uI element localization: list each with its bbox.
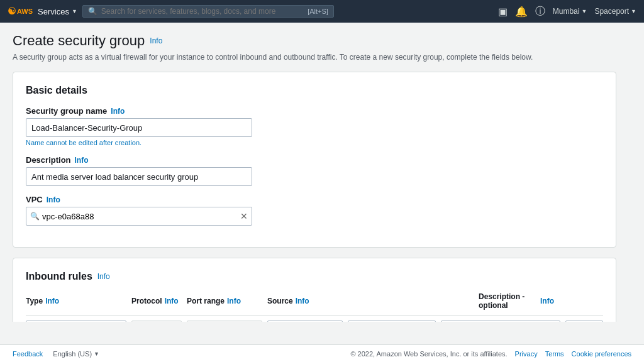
desc-info-link[interactable]: Info bbox=[75, 156, 89, 165]
source-select-0[interactable]: Anywhe... bbox=[267, 321, 343, 322]
vpc-info-link[interactable]: Info bbox=[47, 195, 60, 204]
col-source-info[interactable]: Info bbox=[296, 297, 309, 305]
port-field-0: 80 bbox=[187, 321, 262, 322]
top-navigation: ☯ AWS Services ▼ 🔍 [Alt+S] ▣ 🔔 ⓘ Mumbai … bbox=[0, 0, 644, 23]
col-protocol-label: Protocol bbox=[131, 297, 162, 305]
col-header-type: Type Info bbox=[26, 297, 126, 305]
aws-text: AWS bbox=[17, 8, 33, 15]
col-type-info[interactable]: Info bbox=[45, 297, 59, 305]
services-menu[interactable]: Services ▼ bbox=[38, 7, 77, 16]
global-search[interactable]: 🔍 [Alt+S] bbox=[82, 5, 334, 18]
vpc-search-icon: 🔍 bbox=[30, 212, 40, 221]
help-icon[interactable]: ⓘ bbox=[535, 5, 545, 18]
name-input[interactable] bbox=[26, 118, 252, 137]
region-chevron-icon: ▼ bbox=[581, 8, 587, 14]
aws-logo[interactable]: ☯ AWS bbox=[8, 6, 33, 17]
col-port-label: Port range bbox=[187, 297, 225, 305]
col-source-label: Source bbox=[267, 297, 293, 305]
col-desc-label: Description - optional bbox=[479, 292, 538, 310]
col-port-info[interactable]: Info bbox=[227, 297, 241, 305]
account-label: Spaceport bbox=[594, 7, 629, 16]
type-select-wrapper-0[interactable]: HTTP ▼ bbox=[26, 321, 126, 322]
account-chevron-icon: ▼ bbox=[631, 8, 636, 14]
description-field: Description Info bbox=[26, 155, 603, 186]
desc-label: Description Info bbox=[26, 155, 603, 165]
col-header-port: Port range Info bbox=[187, 297, 262, 305]
col-header-source: Source Info bbox=[267, 297, 380, 305]
inbound-rules-section: Inbound rules Info Type Info Protocol In… bbox=[13, 258, 616, 322]
name-label: Security group name Info bbox=[26, 106, 603, 116]
col-type-label: Type bbox=[26, 297, 43, 305]
description-field-0[interactable] bbox=[441, 321, 560, 322]
table-row: HTTP ▼ TCP 80 Anywhe... ▼ 🔍 Delete bbox=[26, 321, 603, 322]
bell-icon[interactable]: 🔔 bbox=[515, 6, 528, 18]
vpc-clear-icon[interactable]: ✕ bbox=[240, 211, 248, 221]
security-group-name-field: Security group name Info Name cannot be … bbox=[26, 106, 603, 146]
type-select-0[interactable]: HTTP bbox=[26, 321, 126, 322]
rules-table-header: Type Info Protocol Info Port range Info … bbox=[26, 292, 603, 315]
delete-button-0[interactable]: Delete bbox=[565, 321, 603, 322]
col-header-protocol: Protocol Info bbox=[131, 297, 182, 305]
protocol-field-0: TCP bbox=[131, 321, 182, 322]
page-content: Create security group Info A security gr… bbox=[0, 23, 629, 322]
page-title-row: Create security group Info bbox=[13, 33, 616, 49]
services-label: Services bbox=[38, 7, 69, 16]
vpc-field: VPC Info 🔍 ✕ bbox=[26, 195, 603, 226]
main-scroll-area: Create security group Info A security gr… bbox=[0, 0, 644, 322]
rules-title-row: Inbound rules Info bbox=[26, 271, 603, 282]
account-selector[interactable]: Spaceport ▼ bbox=[594, 7, 636, 16]
rules-title: Inbound rules bbox=[26, 271, 92, 282]
col-desc-info[interactable]: Info bbox=[540, 297, 554, 305]
page-description: A security group acts as a virtual firew… bbox=[13, 53, 616, 62]
vpc-label: VPC Info bbox=[26, 195, 603, 204]
basic-details-section: Basic details Security group name Info N… bbox=[13, 72, 616, 248]
vpc-input-wrapper[interactable]: 🔍 ✕ bbox=[26, 207, 252, 226]
description-input[interactable] bbox=[26, 167, 252, 186]
region-label: Mumbai bbox=[553, 7, 580, 16]
search-icon: 🔍 bbox=[88, 7, 97, 16]
search-shortcut: [Alt+S] bbox=[308, 8, 328, 15]
desc-label-text: Description bbox=[26, 155, 71, 165]
services-chevron-icon: ▼ bbox=[72, 8, 77, 14]
source-search-0[interactable]: 🔍 bbox=[348, 321, 436, 322]
terminal-icon[interactable]: ▣ bbox=[498, 6, 508, 18]
name-hint: Name cannot be edited after creation. bbox=[26, 139, 603, 146]
aws-logo-text: ☯ bbox=[8, 6, 16, 17]
region-selector[interactable]: Mumbai ▼ bbox=[553, 7, 587, 16]
search-input[interactable] bbox=[101, 7, 308, 16]
page-title: Create security group bbox=[13, 33, 145, 49]
col-header-desc: Description - optional Info bbox=[479, 292, 554, 310]
col-protocol-info[interactable]: Info bbox=[165, 297, 179, 305]
source-select-wrapper-0[interactable]: Anywhe... ▼ bbox=[267, 321, 343, 322]
name-label-text: Security group name bbox=[26, 106, 107, 116]
basic-details-title: Basic details bbox=[26, 85, 603, 96]
rules-container: HTTP ▼ TCP 80 Anywhe... ▼ 🔍 Delete bbox=[26, 321, 603, 322]
nav-right-section: ▣ 🔔 ⓘ Mumbai ▼ Spaceport ▼ bbox=[498, 5, 636, 18]
vpc-label-text: VPC bbox=[26, 195, 43, 204]
page-info-link[interactable]: Info bbox=[150, 36, 162, 45]
name-info-link[interactable]: Info bbox=[111, 107, 125, 116]
rules-info-link[interactable]: Info bbox=[97, 272, 110, 281]
vpc-input[interactable] bbox=[42, 212, 240, 221]
